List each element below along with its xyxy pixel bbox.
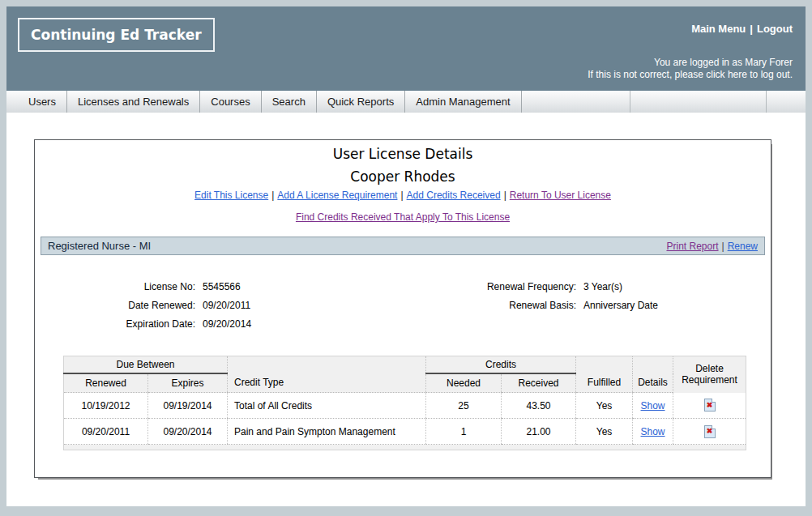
tab-courses[interactable]: Courses: [200, 91, 261, 113]
delete-requirement-button[interactable]: ✖: [704, 399, 716, 412]
license-details-panel: User License Details Cooper Rhodes Edit …: [34, 139, 771, 478]
tab-admin-management[interactable]: Admin Management: [405, 91, 521, 113]
column-header-needed: Needed: [426, 373, 502, 393]
column-header-fulfilled: Fulfilled: [576, 373, 633, 393]
menu-separator: |: [746, 23, 757, 35]
expiration-date-label: Expiration Date:: [35, 315, 195, 334]
cell-renewed: 09/20/2011: [64, 419, 148, 445]
add-license-requirement-link[interactable]: Add A License Requirement: [277, 190, 397, 201]
column-header-delete-requirement: Delete Requirement: [673, 356, 746, 393]
app-logo-text: Continuing Ed Tracker: [31, 27, 202, 43]
main-nav: Users Licenses and Renewals Courses Sear…: [6, 91, 806, 113]
user-name: Cooper Rhodes: [35, 168, 771, 186]
details-show-link[interactable]: Show: [641, 400, 665, 412]
link-separator: |: [501, 190, 510, 201]
page-container: Continuing Ed Tracker Main Menu|Logout Y…: [6, 6, 806, 506]
date-renewed-value: 09/20/2011: [195, 296, 479, 315]
credits-group-header: Credits: [426, 356, 576, 373]
license-no-value: 5545566: [195, 278, 479, 296]
column-header-received: Received: [502, 373, 576, 393]
tab-quick-reports[interactable]: Quick Reports: [317, 91, 405, 113]
empty-header-cell: [228, 356, 426, 373]
login-status-line1: You are logged in as Mary Forer: [588, 57, 793, 69]
delete-icon: ✖: [707, 428, 713, 435]
return-to-user-license-link[interactable]: Return To User License: [510, 190, 611, 201]
cell-delete: ✖: [673, 393, 746, 419]
print-report-link[interactable]: Print Report: [666, 241, 718, 252]
renew-link[interactable]: Renew: [728, 241, 758, 252]
column-header-expires: Expires: [148, 373, 228, 393]
empty-cell: [64, 445, 746, 450]
cell-expires: 09/19/2014: [148, 393, 228, 419]
delete-icon: ✖: [707, 402, 713, 409]
empty-cell: [479, 315, 576, 334]
details-show-link[interactable]: Show: [641, 426, 665, 437]
main-menu-link[interactable]: Main Menu: [691, 23, 746, 35]
license-bar-title: Registered Nurse - MI: [48, 240, 151, 252]
cell-needed: 1: [426, 419, 502, 445]
empty-cell: [576, 315, 771, 334]
app-header: Continuing Ed Tracker Main Menu|Logout Y…: [6, 6, 806, 91]
column-header-renewed: Renewed: [64, 373, 148, 393]
login-line2-prefix: If this is not correct, please: [588, 69, 706, 80]
find-credits-row: Find Credits Received That Apply To This…: [35, 211, 771, 223]
column-header-details: Details: [633, 373, 673, 393]
page-title: User License Details: [35, 146, 771, 163]
nav-spacer: [630, 91, 767, 113]
renewal-frequency-value: 3 Year(s): [576, 278, 771, 296]
table-footer-strip: [64, 445, 746, 450]
cell-received: 21.00: [502, 419, 576, 445]
logout-link[interactable]: Logout: [757, 23, 793, 35]
cell-delete: ✖: [673, 419, 746, 445]
column-header-row: Renewed Expires Credit Type Needed Recei…: [64, 373, 746, 393]
empty-header-cell: [576, 356, 633, 373]
login-line2-suffix: to log out.: [747, 69, 793, 80]
login-status: You are logged in as Mary Forer If this …: [588, 57, 793, 81]
app-logo: Continuing Ed Tracker: [18, 18, 215, 52]
cell-expires: 09/20/2014: [148, 419, 228, 445]
license-no-label: License No:: [35, 278, 195, 296]
empty-header-cell: [633, 356, 673, 373]
nav-spacer: [522, 91, 630, 113]
cell-details: Show: [633, 419, 673, 445]
renewal-frequency-label: Renewal Frequency:: [479, 278, 576, 296]
action-links-row: Edit This License|Add A License Requirem…: [35, 190, 771, 201]
edit-this-license-link[interactable]: Edit This License: [194, 190, 268, 201]
cell-fulfilled: Yes: [576, 419, 633, 445]
group-header-row: Due Between Credits Delete Requirement: [64, 356, 746, 373]
column-header-credit-type: Credit Type: [228, 373, 426, 393]
find-credits-link[interactable]: Find Credits Received That Apply To This…: [296, 211, 510, 223]
link-separator: |: [397, 190, 406, 201]
due-between-group-header: Due Between: [64, 356, 228, 373]
link-separator: |: [268, 190, 277, 201]
requirements-table: Due Between Credits Delete Requirement R…: [63, 356, 746, 450]
expiration-date-value: 09/20/2014: [195, 315, 479, 334]
tab-search[interactable]: Search: [262, 91, 317, 113]
login-status-line2: If this is not correct, please click her…: [588, 69, 793, 81]
cell-details: Show: [633, 393, 673, 419]
tab-licenses-and-renewals[interactable]: Licenses and Renewals: [67, 91, 200, 113]
cell-credit-type: Total of All Credits: [228, 393, 426, 419]
header-menu: Main Menu|Logout: [691, 23, 793, 35]
delete-requirement-button[interactable]: ✖: [704, 425, 716, 438]
click-here-logout-link[interactable]: click here: [706, 69, 747, 80]
link-separator: |: [719, 241, 728, 252]
table-row: 09/20/2011 09/20/2014 Pain and Pain Symp…: [64, 419, 746, 445]
tab-users[interactable]: Users: [18, 91, 67, 113]
cell-received: 43.50: [502, 393, 576, 419]
cell-renewed: 10/19/2012: [64, 393, 148, 419]
cell-needed: 25: [426, 393, 502, 419]
date-renewed-label: Date Renewed:: [35, 296, 195, 315]
table-row: 10/19/2012 09/19/2014 Total of All Credi…: [64, 393, 746, 419]
renewal-basis-label: Renewal Basis:: [479, 296, 576, 315]
add-credits-received-link[interactable]: Add Credits Received: [407, 190, 501, 201]
cell-credit-type: Pain and Pain Sympton Management: [228, 419, 426, 445]
renewal-basis-value: Anniversary Date: [576, 296, 771, 315]
license-bar-links: Print Report|Renew: [666, 241, 758, 252]
license-bar: Registered Nurse - MI Print Report|Renew: [41, 237, 765, 255]
cell-fulfilled: Yes: [576, 393, 633, 419]
content-area: User License Details Cooper Rhodes Edit …: [6, 113, 806, 506]
license-info-grid: License No: 5545566 Renewal Frequency: 3…: [35, 278, 771, 334]
